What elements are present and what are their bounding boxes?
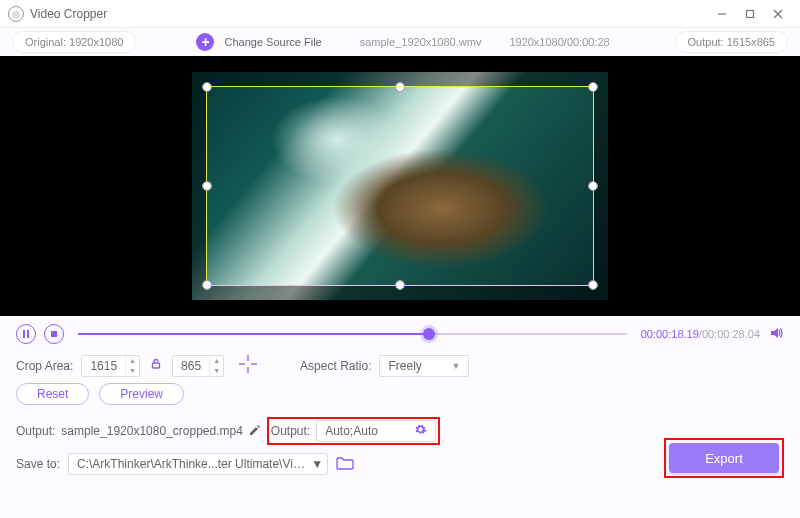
app-title: Video Cropper [30,7,107,21]
aspect-ratio-select[interactable]: Freely▼ [379,355,469,377]
reset-button[interactable]: Reset [16,383,89,405]
volume-button[interactable] [768,325,784,344]
export-area: Export [664,438,784,478]
output-filename: sample_1920x1080_cropped.mp4 [61,424,242,438]
close-button[interactable] [764,4,792,24]
edit-filename-icon[interactable] [249,424,261,439]
output-size-label: Output: 1615x865 [675,31,788,53]
info-bar: Original: 1920x1080 + Change Source File… [0,28,800,56]
export-button[interactable]: Export [669,443,779,473]
action-buttons-row: Reset Preview [0,381,800,413]
aspect-ratio-label: Aspect Ratio: [300,359,371,373]
output-format-highlight: Output: Auto;Auto [267,417,440,445]
crop-handle-bl[interactable] [203,281,211,289]
preview-button[interactable]: Preview [99,383,184,405]
playback-time: 00:00:18.19/00:00:28.04 [641,328,760,340]
svg-rect-5 [27,330,29,338]
chevron-down-icon: ▼ [452,361,461,371]
save-to-label: Save to: [16,457,60,471]
minimize-button[interactable] [708,4,736,24]
title-bar: ◎ Video Cropper [0,0,800,28]
crop-height-input[interactable]: 865▲▼ [172,355,224,377]
crop-rectangle[interactable] [206,86,594,286]
svg-rect-6 [51,331,57,337]
crop-area-label: Crop Area: [16,359,73,373]
stop-button[interactable] [44,324,64,344]
crop-handle-rm[interactable] [589,182,597,190]
settings-gear-icon[interactable] [414,423,427,439]
center-crop-icon[interactable] [238,354,258,377]
crop-settings-row: Crop Area: 1615▲▼ 865▲▼ Aspect Ratio: Fr… [0,350,800,381]
source-resolution-duration: 1920x1080/00:00:28 [509,36,609,48]
crop-handle-tr[interactable] [589,83,597,91]
svg-rect-4 [23,330,25,338]
height-up[interactable]: ▲ [210,356,223,366]
video-frame[interactable] [192,72,608,300]
output-label: Output: [16,424,55,438]
original-size-label: Original: 1920x1080 [12,31,136,53]
open-folder-icon[interactable] [336,456,354,473]
seek-slider[interactable] [78,325,627,343]
crop-handle-tl[interactable] [203,83,211,91]
save-path-select[interactable]: C:\ArkThinker\ArkThinke...ter Ultimate\V… [68,453,328,475]
height-down[interactable]: ▼ [210,366,223,376]
maximize-button[interactable] [736,4,764,24]
output-format-label: Output: [271,424,310,438]
crop-handle-br[interactable] [589,281,597,289]
video-preview [0,56,800,316]
app-icon: ◎ [8,6,24,22]
crop-width-input[interactable]: 1615▲▼ [81,355,140,377]
change-source-link[interactable]: Change Source File [224,36,321,48]
add-source-button[interactable]: + [196,33,214,51]
width-down[interactable]: ▼ [126,366,139,376]
crop-handle-bm[interactable] [396,281,404,289]
aspect-lock-icon[interactable] [148,358,164,373]
crop-handle-tm[interactable] [396,83,404,91]
source-filename: sample_1920x1080.wmv [360,36,482,48]
width-up[interactable]: ▲ [126,356,139,366]
crop-handle-lm[interactable] [203,182,211,190]
pause-button[interactable] [16,324,36,344]
output-format-field[interactable]: Auto;Auto [316,420,436,442]
svg-rect-7 [153,363,160,368]
chevron-down-icon: ▼ [311,457,323,471]
svg-rect-1 [747,10,754,17]
playback-controls: 00:00:18.19/00:00:28.04 [0,316,800,350]
